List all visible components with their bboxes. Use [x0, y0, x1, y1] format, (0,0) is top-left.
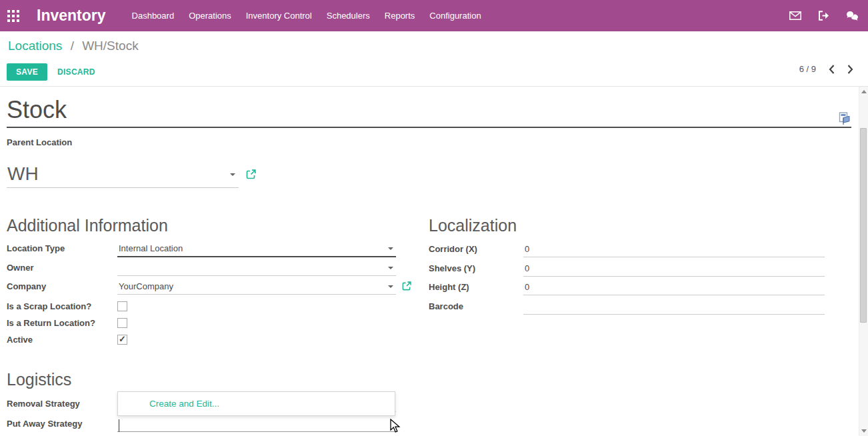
additional-information-group: Location Type Internal Location Owner Co… [7, 241, 412, 348]
autocomplete-dropdown: Create and Edit... [117, 391, 395, 416]
section-heading-additional-information: Additional Information [7, 216, 168, 235]
translate-icon[interactable] [837, 112, 851, 128]
breadcrumb-locations-link[interactable]: Locations [8, 39, 62, 53]
shelves-label: Shelves (Y) [429, 261, 523, 277]
section-heading-localization: Localization [429, 216, 517, 235]
nav-item-schedulers[interactable]: Schedulers [319, 0, 377, 31]
pager-previous-icon[interactable] [829, 65, 835, 74]
parent-location-label: Parent Location [7, 137, 72, 147]
removal-strategy-label: Removal Strategy [7, 397, 117, 411]
scrollbar-thumb[interactable] [860, 128, 867, 323]
nav-item-inventory-control[interactable]: Inventory Control [239, 0, 319, 31]
shelves-row: Shelves (Y) 0 [429, 261, 825, 280]
chat-icon[interactable] [846, 11, 859, 21]
scrap-location-row: Is a Scrap Location? [7, 298, 412, 315]
return-location-checkbox[interactable] [117, 318, 127, 328]
company-external-link-icon[interactable] [402, 281, 411, 293]
record-name-field[interactable]: Stock [7, 96, 67, 124]
height-row: Height (Z) 0 [429, 279, 825, 299]
section-heading-logistics: Logistics [7, 370, 71, 389]
location-type-value: Internal Location [117, 243, 183, 253]
company-dropdown-icon[interactable] [388, 285, 393, 288]
scrap-location-label: Is a Scrap Location? [7, 301, 117, 311]
nav-item-reports[interactable]: Reports [377, 0, 423, 31]
location-type-dropdown-icon[interactable] [388, 247, 393, 250]
corridor-value: 0 [523, 244, 529, 254]
save-button[interactable]: SAVE [7, 63, 47, 81]
sign-out-icon[interactable] [818, 11, 829, 21]
shelves-value: 0 [523, 263, 529, 273]
putaway-strategy-row: Put Away Strategy [7, 417, 412, 434]
scrollbar-down-icon[interactable] [861, 429, 867, 433]
return-location-row: Is a Return Location? [7, 315, 412, 331]
breadcrumb: Locations / WH/Stock [8, 39, 139, 53]
owner-row: Owner [7, 260, 412, 279]
parent-location-external-link-icon[interactable] [246, 169, 256, 182]
breadcrumb-separator: / [71, 39, 74, 53]
apps-menu-icon[interactable] [7, 10, 19, 22]
return-location-label: Is a Return Location? [7, 318, 117, 328]
height-label: Height (Z) [429, 279, 523, 295]
corridor-label: Corridor (X) [429, 241, 523, 257]
location-type-label: Location Type [7, 241, 117, 257]
company-field[interactable]: YourCompany [117, 279, 396, 295]
active-row: Active [7, 331, 412, 348]
title-underline [7, 127, 851, 128]
putaway-strategy-input[interactable] [117, 417, 396, 432]
pager-count: 6 / 9 [799, 64, 816, 74]
parent-location-field[interactable]: WH [7, 163, 39, 185]
shelves-field[interactable]: 0 [523, 261, 825, 277]
nav-item-operations[interactable]: Operations [181, 0, 239, 31]
pager-next-icon[interactable] [847, 65, 853, 74]
discard-button[interactable]: DISCARD [52, 63, 101, 81]
nav-item-configuration[interactable]: Configuration [422, 0, 488, 31]
height-value: 0 [523, 282, 529, 292]
owner-field[interactable] [117, 260, 396, 276]
owner-dropdown-icon[interactable] [388, 267, 393, 269]
vertical-scrollbar[interactable] [859, 87, 868, 436]
barcode-field[interactable] [523, 299, 825, 315]
location-type-select[interactable]: Internal Location [117, 241, 396, 257]
parent-location-underline [7, 187, 239, 188]
scrollbar-up-icon[interactable] [861, 90, 867, 93]
height-field[interactable]: 0 [523, 279, 825, 295]
barcode-row: Barcode [429, 299, 825, 318]
create-and-edit-option[interactable]: Create and Edit... [118, 392, 395, 415]
main-menu: Dashboard Operations Inventory Control S… [125, 0, 489, 31]
scrap-location-checkbox[interactable] [117, 301, 127, 311]
record-pager: 6 / 9 [799, 64, 853, 74]
company-row: Company YourCompany [7, 279, 412, 298]
putaway-strategy-label: Put Away Strategy [7, 417, 117, 431]
app-title[interactable]: Inventory [37, 7, 106, 25]
nav-item-dashboard[interactable]: Dashboard [125, 0, 182, 31]
active-checkbox[interactable] [117, 335, 127, 345]
app-window: Inventory Dashboard Operations Inventory… [0, 0, 868, 436]
navbar-systray [789, 11, 859, 21]
localization-group: Corridor (X) 0 Shelves (Y) 0 Height (Z) … [429, 241, 825, 317]
company-label: Company [7, 279, 117, 295]
location-type-row: Location Type Internal Location [7, 241, 412, 260]
parent-location-dropdown-icon[interactable] [230, 173, 235, 176]
top-navbar: Inventory Dashboard Operations Inventory… [0, 0, 868, 31]
corridor-row: Corridor (X) 0 [429, 241, 825, 261]
owner-label: Owner [7, 260, 117, 276]
corridor-field[interactable]: 0 [523, 241, 825, 257]
barcode-label: Barcode [429, 299, 523, 315]
text-cursor [119, 419, 119, 432]
control-panel: Locations / WH/Stock SAVE DISCARD 6 / 9 [0, 31, 868, 87]
breadcrumb-current: WH/Stock [82, 39, 138, 53]
active-label: Active [7, 335, 117, 345]
company-value: YourCompany [117, 281, 173, 291]
messages-icon[interactable] [789, 11, 801, 20]
